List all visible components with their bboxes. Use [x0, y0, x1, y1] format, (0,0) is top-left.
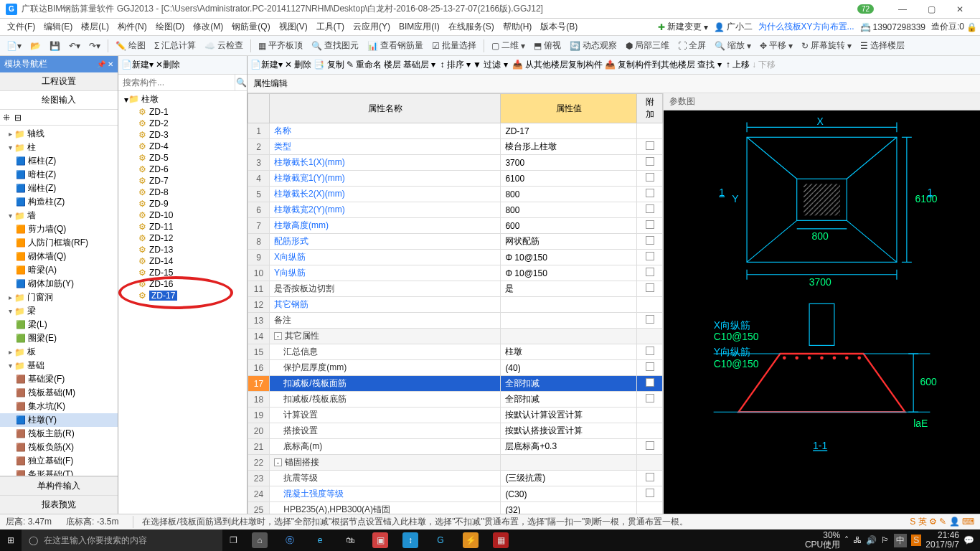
tb-rotate-screen[interactable]: ↻ 屏幕旋转 ▾ — [798, 38, 855, 53]
component-tree[interactable]: ▾ 📁 柱墩⚙ZD-1⚙ZD-2⚙ZD-3⚙ZD-4⚙ZD-5⚙ZD-6⚙ZD-… — [118, 91, 247, 514]
comp-item[interactable]: ⚙ZD-1 — [118, 106, 247, 118]
menu-item[interactable]: 工具(T) — [312, 20, 349, 33]
comp-item[interactable]: ⚙ZD-3 — [118, 129, 247, 141]
tree-item[interactable]: 🟦框柱(Z) — [0, 154, 118, 168]
tb-batch-select[interactable]: ☑ 批量选择 — [428, 38, 480, 53]
tree-group[interactable]: ▸📁门窗洞 — [0, 291, 118, 304]
tb2-del[interactable]: ✕ 删除 — [285, 59, 311, 71]
tb2-copy-from[interactable]: 📥 从其他楼层复制构件 — [512, 59, 603, 71]
nav-tab-single[interactable]: 单构件输入 — [0, 476, 118, 495]
tb-align-top[interactable]: ▦ 平齐板顶 — [255, 38, 306, 53]
prop-row[interactable]: 21 底标高(m)层底标高+0.3 — [248, 439, 663, 455]
tb2-copy[interactable]: 📑 复制 — [314, 59, 344, 71]
tree-group[interactable]: ▾📁柱 — [0, 141, 118, 154]
tb-select-floor[interactable]: ☰ 选择楼层 — [857, 38, 908, 53]
tb2-base[interactable]: 基础层 ▾ — [403, 59, 435, 71]
comp-del[interactable]: ✕删除 — [156, 59, 180, 71]
prop-row[interactable]: 11是否按板边切割是 — [248, 281, 663, 297]
prop-row[interactable]: 25 HPB235(A),HPB300(A)锚固(32) — [248, 502, 663, 514]
prop-row[interactable]: 1名称ZD-17 — [248, 123, 663, 139]
phone-label[interactable]: 📇 13907298339 — [860, 22, 925, 32]
tree-item[interactable]: 🟦暗柱(Z) — [0, 168, 118, 182]
menu-item[interactable]: 帮助(H) — [499, 20, 537, 33]
tree-item[interactable]: 🟩梁(L) — [0, 318, 118, 331]
comp-item[interactable]: ⚙ZD-8 — [118, 187, 247, 198]
comp-parent[interactable]: ▾ 📁 柱墩 — [118, 93, 247, 106]
tb-view-rebar[interactable]: 📊 查看钢筋量 — [364, 38, 427, 53]
tree-group[interactable]: ▸📁板 — [0, 345, 118, 359]
tree-item[interactable]: 🟦砌体加筋(Y) — [0, 277, 118, 291]
prop-row[interactable]: 9X向纵筋Φ 10@150 — [248, 250, 663, 265]
tree-item[interactable]: 🟦构造柱(Z) — [0, 195, 118, 209]
comp-item[interactable]: ⚙ZD-12 — [118, 232, 247, 244]
tree-item[interactable]: 🟫条形基础(T) — [0, 468, 118, 476]
tree-item[interactable]: 🟫独立基础(F) — [0, 454, 118, 468]
task-view[interactable]: ❐ — [222, 529, 245, 551]
comp-item[interactable]: ⚙ZD-2 — [118, 118, 247, 129]
menu-item[interactable]: BIM应用(I) — [395, 20, 444, 33]
menu-item[interactable]: 版本号(B) — [536, 20, 582, 33]
prop-row[interactable]: 19 计算设置按默认计算设置计算 — [248, 408, 663, 423]
prop-row[interactable]: 13备注 — [248, 313, 663, 329]
search-input[interactable] — [118, 75, 235, 90]
tray-notif-icon[interactable]: 💬 — [963, 535, 974, 545]
tb-app5[interactable]: ⚡ — [456, 529, 486, 551]
menu-item[interactable]: 楼层(L) — [77, 20, 113, 33]
prop-row[interactable]: 17 扣减板/筏板面筋全部扣减 — [248, 376, 663, 392]
prop-row[interactable]: 2类型棱台形上柱墩 — [248, 139, 663, 155]
tray-flag-icon[interactable]: 🏳 — [881, 535, 890, 545]
tb-redo[interactable]: ↷▾ — [85, 39, 104, 52]
tb2-sort[interactable]: ↕ 排序 ▾ — [440, 59, 471, 71]
prop-row[interactable]: 5柱墩截长2(X)(mm)800 — [248, 187, 663, 202]
prop-row[interactable]: 22-锚固搭接 — [248, 455, 663, 471]
menu-item[interactable]: 在线服务(S) — [444, 20, 499, 33]
menu-item[interactable]: 视图(V) — [275, 20, 312, 33]
comp-item[interactable]: ⚙ZD-9 — [118, 198, 247, 209]
tb-app1[interactable]: ⌂ — [245, 529, 275, 551]
maximize-button[interactable]: ▢ — [917, 0, 946, 19]
tray-cpu[interactable]: 30%CPU使用 — [805, 531, 840, 550]
tree-group[interactable]: ▾📁墙 — [0, 209, 118, 222]
prop-row[interactable]: 4柱墩截宽1(Y)(mm)6100 — [248, 171, 663, 187]
tree-item[interactable]: 🟩圈梁(E) — [0, 331, 118, 345]
tb2-copy-to[interactable]: 📤 复制构件到其他楼层 — [605, 59, 695, 71]
menu-item[interactable]: 绘图(D) — [151, 20, 189, 33]
tb-2d[interactable]: ▢ 二维 ▾ — [488, 38, 529, 53]
tb-zoom[interactable]: 🔍 缩放 ▾ — [711, 38, 755, 53]
prop-row[interactable]: 18 扣减板/筏板底筋全部扣减 — [248, 392, 663, 408]
comp-item[interactable]: ⚙ZD-14 — [118, 255, 247, 267]
menu-item[interactable]: 编辑(E) — [39, 20, 77, 33]
tb-cloud-check[interactable]: ☁️云检查 — [201, 38, 247, 53]
tb-edge[interactable]: e — [305, 529, 335, 551]
tb2-filter[interactable]: ▼ 过滤 ▾ — [473, 59, 508, 71]
comp-item[interactable]: ⚙ZD-10 — [118, 209, 247, 221]
tb-find-element[interactable]: 🔍 查找图元 — [308, 38, 362, 53]
tb2-rename[interactable]: ✎ 重命名 — [347, 59, 382, 71]
tree-item[interactable]: 🟦端柱(Z) — [0, 182, 118, 195]
tb2-up[interactable]: ↑ 上移 — [726, 59, 750, 71]
prop-row[interactable]: 15 汇总信息柱墩 — [248, 344, 663, 360]
diagram-canvas[interactable]: X Y 6100 800 3700 1 1 — [664, 110, 980, 514]
nav-collapse-icon[interactable]: ⊟ — [14, 113, 22, 123]
menu-item[interactable]: 钢筋量(Q) — [227, 20, 274, 33]
tb2-new[interactable]: 📄新建▾ — [250, 59, 283, 71]
prop-row[interactable]: 20 搭接设置按默认搭接设置计算 — [248, 423, 663, 439]
tb2-floor[interactable]: 楼层 — [384, 59, 401, 71]
tree-item[interactable]: 🟫筏板基础(M) — [0, 386, 118, 400]
comp-item[interactable]: ⚙ZD-13 — [118, 244, 247, 255]
prop-row[interactable]: 24 混凝土强度等级(C30) — [248, 486, 663, 502]
tray-vol-icon[interactable]: 🔊 — [866, 535, 877, 545]
tb2-down[interactable]: ↓ 下移 — [752, 59, 776, 71]
ime-indicator[interactable]: S 英 ⚙ ✎ 👤 ⌨ — [910, 516, 974, 528]
comp-new[interactable]: 📄新建▾ — [121, 59, 154, 71]
tray-net-icon[interactable]: 🖧 — [853, 535, 862, 545]
tree-group[interactable]: ▾📁基础 — [0, 359, 118, 372]
prop-row[interactable]: 8配筋形式网状配筋 — [248, 234, 663, 250]
prop-row[interactable]: 23 抗震等级(三级抗震) — [248, 471, 663, 486]
tb-pan[interactable]: ✥ 平移 ▾ — [756, 38, 796, 53]
tb-app4[interactable]: G — [425, 529, 456, 551]
prop-row[interactable]: 12其它钢筋 — [248, 297, 663, 313]
comp-item[interactable]: ⚙ZD-15 — [118, 267, 247, 278]
tree-item[interactable]: 🟧暗梁(A) — [0, 263, 118, 277]
menu-item[interactable]: 文件(F) — [3, 20, 39, 33]
